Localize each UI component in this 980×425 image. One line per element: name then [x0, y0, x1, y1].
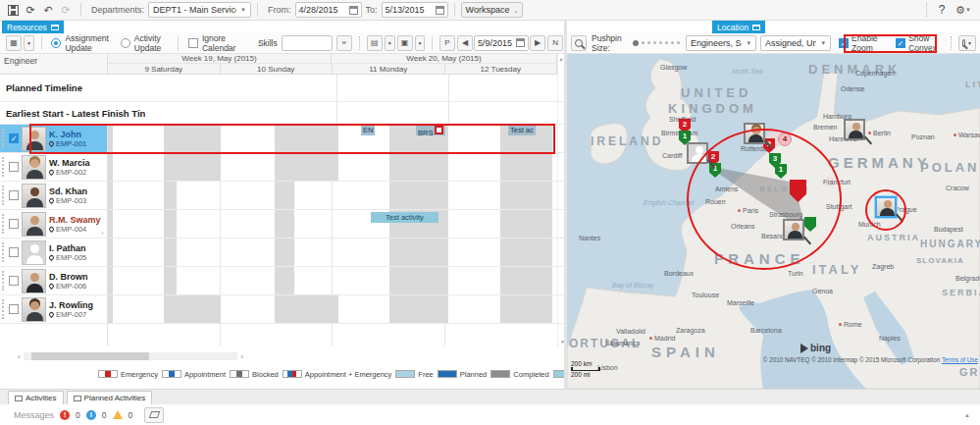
legend-label: Planned [460, 370, 488, 379]
assignment-filter-dropdown[interactable]: Assigned, Un ▼ [760, 35, 831, 51]
map-pushpin[interactable] [744, 123, 765, 144]
earliest-start-row[interactable]: Earliest Start - Latest Finish Tin [0, 102, 564, 125]
pushpin-size-slider[interactable] [633, 40, 680, 46]
to-date-input[interactable]: 5/13/2015 [382, 2, 448, 18]
map-pushpin[interactable]: 4 [778, 133, 792, 146]
engineer-cell[interactable]: Sd. Khan EMP-003 [0, 182, 108, 209]
engineer-checkbox[interactable] [9, 219, 19, 229]
engineer-cell[interactable]: D. Brown EMP-006 [0, 267, 108, 294]
clear-messages-button[interactable] [144, 407, 164, 423]
drag-handle[interactable] [2, 242, 6, 262]
calendar-icon[interactable] [436, 6, 444, 15]
engineer-cell[interactable]: I. Pathan EMP-005 [0, 239, 108, 266]
map-pushpin[interactable] [783, 219, 804, 240]
map-pushpin[interactable] [844, 119, 865, 140]
calendar-icon[interactable] [516, 38, 525, 47]
warning-icon [113, 410, 123, 419]
engineer-checkbox[interactable] [9, 162, 19, 172]
drag-handle[interactable] [2, 271, 6, 291]
view-grid-caret[interactable]: ▼ [24, 35, 34, 51]
next-period-button[interactable]: N [547, 35, 563, 51]
map-pushpin[interactable] [687, 142, 708, 164]
timeline-cell[interactable] [108, 267, 557, 294]
tab-planned-activities[interactable]: Planned Activities [67, 391, 153, 404]
tab-resources[interactable]: Resources [2, 21, 64, 33]
map-pushpin[interactable] [875, 196, 897, 218]
prev-day-button[interactable]: ◀ [457, 35, 473, 51]
drag-handle[interactable] [2, 299, 6, 319]
map-zoom-tool-button[interactable]: ▼ [958, 35, 976, 51]
prev-period-button[interactable]: P [439, 35, 455, 51]
vertical-scrollbar[interactable]: ▲ ▼ [557, 54, 564, 348]
expand-messages-icon[interactable]: ▲ [964, 412, 970, 418]
planned-timeline-row[interactable]: Planned Timeline [0, 75, 564, 102]
scroll-left-icon[interactable]: ‹ [18, 352, 21, 361]
collapse-chevron-icon[interactable]: › [101, 229, 104, 238]
tab-location[interactable]: Location [712, 21, 765, 33]
timeline-cell[interactable] [108, 210, 557, 238]
calendar-view-button[interactable]: ▤ [367, 35, 383, 51]
engineer-checkbox[interactable]: ✓ [9, 133, 19, 143]
window-restore-icon[interactable] [752, 25, 760, 30]
city-label: Barcelona [750, 327, 782, 334]
engineer-row[interactable]: J. Rowling EMP-007 [0, 295, 564, 324]
settings-gear-button[interactable]: ⚙▼ [951, 2, 976, 18]
workspace-button[interactable]: Workspace ⌄ [461, 2, 524, 18]
timeline-cell[interactable] [108, 182, 557, 209]
engineer-checkbox[interactable] [9, 190, 19, 200]
engineer-cell[interactable]: R.M. Swamy EMP-004 [0, 210, 108, 238]
activity-update-radio[interactable] [121, 38, 130, 48]
location-pin-icon [48, 310, 55, 317]
skills-input[interactable] [282, 35, 333, 51]
tab-activities[interactable]: Activities [8, 391, 64, 404]
view-grid-button[interactable]: ▦ [6, 35, 22, 51]
enable-zoom-checkbox[interactable]: ✓ [839, 38, 849, 48]
calendar-check-button[interactable]: ▣ [397, 35, 413, 51]
undo-icon[interactable]: ↶ [39, 2, 57, 18]
next-day-button[interactable]: ▶ [530, 35, 545, 51]
show-convex-checkbox[interactable]: ✓ [896, 38, 905, 48]
ignore-calendar-checkbox[interactable] [188, 38, 198, 48]
horizontal-scrollbar[interactable]: ‹ › [18, 350, 243, 362]
timeline-cell[interactable] [108, 295, 557, 323]
engineer-checkbox[interactable] [9, 276, 19, 286]
engineer-cell[interactable]: ✓ K. John EMP-001 [0, 125, 108, 152]
drag-handle[interactable] [2, 214, 6, 234]
departments-dropdown[interactable]: DEPT1 - Main Service Departme ▼ [148, 2, 251, 18]
engineer-cell[interactable]: W. Marcia EMP-002 [0, 153, 108, 181]
drag-handle[interactable] [2, 186, 6, 205]
engineer-row[interactable]: Sd. Khan EMP-003 [0, 182, 564, 210]
engineer-row[interactable]: I. Pathan EMP-005 [0, 239, 564, 267]
save-icon[interactable] [4, 2, 22, 18]
calendar-icon[interactable] [349, 6, 358, 15]
from-date-input[interactable]: 4/28/2015 [295, 2, 362, 18]
more-filters-button[interactable]: » [336, 35, 352, 51]
calendar-view-caret[interactable]: ▼ [385, 35, 395, 51]
assignment-update-radio[interactable] [51, 38, 61, 48]
window-restore-icon[interactable] [51, 25, 59, 30]
engineer-checkbox[interactable] [9, 247, 19, 257]
scroll-right-icon[interactable]: › [240, 352, 243, 361]
schedule-date-input[interactable]: 5/9/2015 [474, 35, 529, 51]
timeline-cell[interactable] [108, 239, 557, 266]
engineer-row[interactable]: ✓ K. John EMP-001 [0, 125, 564, 153]
pushpin-filter-dropdown[interactable]: Engineers, Se ▼ [686, 35, 756, 51]
map[interactable]: UNITEDKINGDOMDENMARKIRELANDGERMANYPOLAND… [567, 54, 980, 389]
refresh-icon[interactable]: ⟳ [22, 2, 39, 18]
scrollbar-thumb[interactable] [31, 352, 149, 360]
terms-of-use-link[interactable]: Terms of Use [942, 356, 978, 363]
enable-zoom-label: Enable Zoom [851, 33, 886, 53]
engineer-checkbox[interactable] [9, 304, 19, 314]
drag-handle[interactable] [2, 129, 6, 148]
engineer-row[interactable]: R.M. Swamy EMP-004 [0, 210, 564, 239]
engineer-row[interactable]: D. Brown EMP-006 [0, 267, 564, 295]
help-button[interactable]: ? [933, 2, 951, 18]
timeline-cell[interactable] [108, 125, 557, 152]
timeline-cell[interactable] [108, 153, 557, 181]
engineer-cell[interactable]: J. Rowling EMP-007 [0, 295, 108, 323]
engineer-row[interactable]: W. Marcia EMP-002 [0, 153, 564, 182]
zoom-select-button[interactable] [571, 35, 587, 51]
calendar-check-caret[interactable]: ▼ [415, 35, 426, 51]
drag-handle[interactable] [2, 157, 6, 177]
scrollbar-track[interactable] [24, 352, 238, 360]
